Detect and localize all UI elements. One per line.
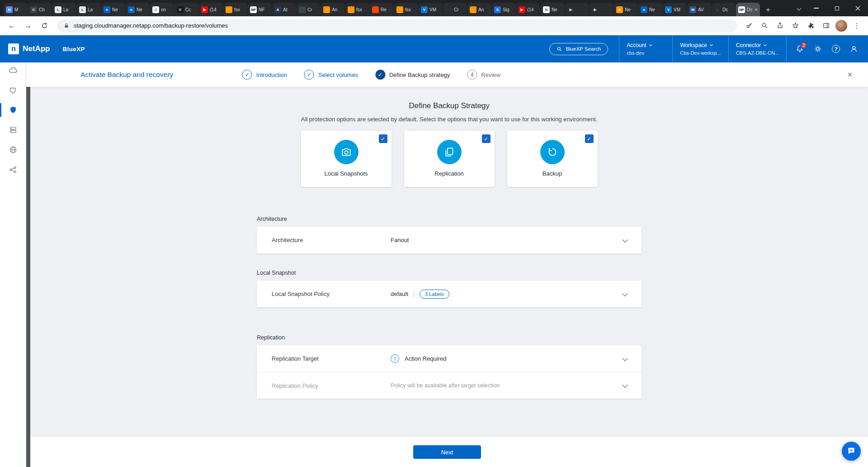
browser-tab[interactable]: fsx bbox=[394, 3, 418, 16]
browser-tab[interactable]: n Ne bbox=[614, 3, 638, 16]
tab-favicon: C bbox=[30, 6, 37, 13]
browser-tab[interactable]: M M bbox=[4, 3, 28, 16]
share-icon[interactable] bbox=[773, 19, 787, 33]
wizard-step[interactable]: ✓ Introduction bbox=[242, 70, 287, 80]
browser-tab[interactable]: ▶ (14 bbox=[199, 3, 223, 16]
reload-button[interactable] bbox=[37, 19, 52, 33]
tab-close-icon[interactable]: × bbox=[755, 7, 758, 12]
browser-tab[interactable]: ▶ (14 bbox=[516, 3, 540, 16]
protection-option-card[interactable]: ✓ Local Snapshots bbox=[301, 131, 392, 187]
browser-tab[interactable]: fsx bbox=[345, 3, 369, 16]
tab-search-button[interactable] bbox=[792, 0, 806, 16]
tab-favicon: G bbox=[152, 6, 159, 13]
browser-tab[interactable]: NF NF bbox=[248, 3, 272, 16]
new-tab-button[interactable]: + bbox=[762, 4, 774, 16]
bookmark-star-icon[interactable] bbox=[788, 19, 802, 33]
zoom-icon[interactable] bbox=[758, 19, 771, 33]
browser-tab[interactable]: NF Dc × bbox=[736, 3, 760, 16]
connector-menu[interactable]: Connector CBS-AZ-DBE-CN... bbox=[728, 35, 786, 62]
next-button[interactable]: Next bbox=[413, 445, 481, 459]
user-account-button[interactable] bbox=[846, 41, 862, 57]
window-minimize-button[interactable] bbox=[806, 0, 826, 16]
browser-tab[interactable]: L La bbox=[77, 3, 101, 16]
tab-title: fsx bbox=[405, 7, 416, 12]
browser-tab[interactable]: ▶ bbox=[590, 3, 613, 16]
settings-button[interactable] bbox=[810, 41, 826, 57]
notifications-button[interactable]: 2 bbox=[792, 41, 807, 57]
chevron-down-icon[interactable] bbox=[622, 291, 628, 296]
browser-tab[interactable]: S Sig bbox=[492, 3, 516, 16]
browser-tab[interactable]: An bbox=[467, 3, 491, 16]
tab-favicon: N bbox=[543, 6, 550, 13]
browser-tab[interactable]: ↓ Dc bbox=[712, 3, 736, 16]
browser-tab[interactable]: C Ch bbox=[28, 3, 52, 16]
back-button[interactable]: ← bbox=[5, 19, 19, 33]
setting-row[interactable]: Architecture Fanout bbox=[257, 227, 642, 253]
extensions-puzzle-icon[interactable] bbox=[804, 19, 817, 33]
sidebar-item-protection[interactable] bbox=[0, 103, 26, 117]
tab-title: Dc bbox=[722, 7, 733, 12]
browser-tab[interactable]: N Ne bbox=[541, 3, 565, 16]
wizard-step[interactable]: ✓ Define Backup strategy bbox=[375, 70, 450, 80]
chevron-down-icon[interactable] bbox=[622, 355, 628, 361]
tab-favicon: n bbox=[104, 6, 110, 13]
protection-option-card[interactable]: ✓ Backup bbox=[507, 131, 598, 187]
setting-value-text: Fanout bbox=[391, 237, 409, 243]
profile-avatar[interactable] bbox=[835, 20, 847, 32]
account-menu[interactable]: Account cbs-dev bbox=[619, 35, 672, 62]
step-label: Select volumes bbox=[318, 71, 358, 78]
wizard-step[interactable]: 4 Review bbox=[467, 70, 500, 80]
sidebar-item-storage[interactable] bbox=[0, 123, 26, 137]
browser-menu-button[interactable]: ⋮ bbox=[850, 19, 863, 33]
stepper: ✓ Introduction ✓ Select volumes ✓ Define… bbox=[242, 70, 500, 80]
side-panel-icon[interactable] bbox=[819, 19, 833, 33]
browser-tab[interactable]: n Ne bbox=[126, 3, 150, 16]
forward-button[interactable]: → bbox=[21, 19, 35, 33]
browser-tab[interactable]: Cr bbox=[443, 3, 467, 16]
labels-badge[interactable]: 3 Labels bbox=[420, 290, 449, 299]
settings-section: Architecture Architecture Fanout bbox=[257, 216, 642, 253]
wizard-close-button[interactable]: × bbox=[844, 68, 856, 81]
address-bar[interactable]: staging.cloudmanager.netapp.com/backup-r… bbox=[57, 19, 737, 33]
wizard-step[interactable]: ✓ Select volumes bbox=[304, 70, 358, 80]
tab-list: M M C Ch L La L La n Ne n Ne G on C Cc ▶… bbox=[4, 3, 760, 16]
workspace-menu[interactable]: Workspace Cbs-Dev-worksp... bbox=[672, 35, 728, 62]
browser-tab[interactable]: W AV bbox=[687, 3, 711, 16]
browser-tab[interactable]: G on bbox=[150, 3, 174, 16]
sidebar-item-canvas[interactable] bbox=[0, 63, 26, 77]
sidebar-item-health[interactable] bbox=[0, 83, 26, 97]
setting-row[interactable]: Local Snapshot Policy default 3 Labels bbox=[257, 281, 642, 307]
option-checkbox[interactable]: ✓ bbox=[482, 134, 491, 143]
option-checkbox[interactable]: ✓ bbox=[585, 134, 594, 143]
chat-widget-button[interactable] bbox=[842, 442, 861, 461]
browser-tab[interactable]: n Ne bbox=[638, 3, 662, 16]
browser-tab[interactable]: V VM bbox=[663, 3, 687, 16]
browser-tab[interactable]: C Cc bbox=[175, 3, 198, 16]
browser-tab[interactable]: Re bbox=[370, 3, 394, 16]
sidebar-item-governance[interactable] bbox=[0, 143, 26, 157]
chevron-down-icon[interactable] bbox=[622, 382, 628, 388]
setting-row[interactable]: Replication Policy Policy will be availa… bbox=[257, 372, 642, 399]
window-maximize-button[interactable] bbox=[826, 0, 847, 16]
setting-row[interactable]: Replication Target ! Action Required bbox=[257, 345, 642, 372]
tab-title: La bbox=[88, 7, 99, 12]
browser-tab[interactable]: V VM bbox=[419, 3, 443, 16]
browser-tab[interactable]: Cr bbox=[297, 3, 321, 16]
browser-tab[interactable]: An bbox=[321, 3, 345, 16]
browser-tab[interactable]: fsx bbox=[223, 3, 247, 16]
browser-tab[interactable]: L La bbox=[52, 3, 76, 16]
protection-option-card[interactable]: ✓ Replication bbox=[404, 131, 495, 187]
chevron-down-icon[interactable] bbox=[622, 237, 628, 243]
window-close-button[interactable] bbox=[847, 0, 868, 16]
browser-tab[interactable]: n Ne bbox=[101, 3, 125, 16]
warning-icon: ! bbox=[391, 354, 399, 363]
browser-tab[interactable]: ▶ bbox=[565, 3, 589, 16]
value-divider bbox=[414, 291, 414, 298]
bluexp-search-button[interactable]: BlueXP Search bbox=[549, 43, 608, 55]
browser-tab[interactable]: A At bbox=[272, 3, 296, 16]
heart-icon bbox=[8, 86, 18, 95]
sidebar-item-sync[interactable] bbox=[0, 163, 26, 176]
help-button[interactable]: ? bbox=[828, 41, 844, 57]
password-key-icon[interactable] bbox=[742, 19, 756, 33]
option-checkbox[interactable]: ✓ bbox=[379, 134, 387, 143]
